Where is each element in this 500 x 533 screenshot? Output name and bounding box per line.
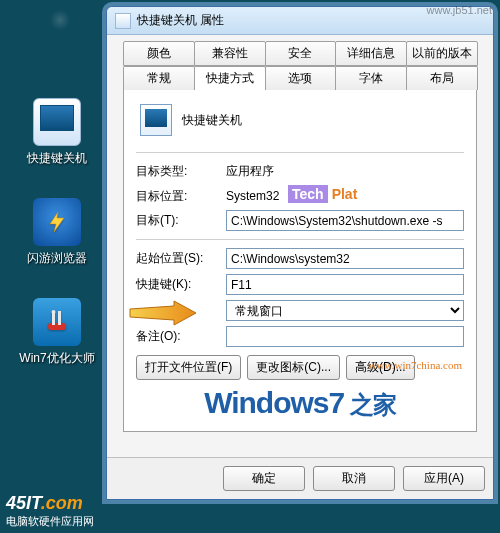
- cancel-button[interactable]: 取消: [313, 466, 395, 491]
- win7china-url-watermark: www.win7china.com: [369, 359, 462, 371]
- titlebar-system-icon: [115, 13, 131, 29]
- ok-button[interactable]: 确定: [223, 466, 305, 491]
- tab-compatibility[interactable]: 兼容性: [194, 41, 266, 66]
- windows7-home-watermark: Windows7 之家: [136, 386, 464, 421]
- run-mode-select[interactable]: 常规窗口: [226, 300, 464, 321]
- watermark-top-right: www.jb51.net: [427, 4, 492, 16]
- target-location-value: System32 TechPlat: [226, 187, 464, 205]
- window-title: 快捷键关机 属性: [137, 12, 224, 29]
- desktop-icon-label: 快捷键关机: [18, 150, 96, 167]
- svg-point-3: [52, 310, 56, 314]
- target-location-label: 目标位置:: [136, 188, 218, 205]
- comment-label: 备注(O):: [136, 328, 218, 345]
- start-in-label: 起始位置(S):: [136, 250, 218, 267]
- change-icon-button[interactable]: 更改图标(C)...: [247, 355, 340, 380]
- apply-button[interactable]: 应用(A): [403, 466, 485, 491]
- separator: [136, 152, 464, 153]
- desktop-icon-label: Win7优化大师: [18, 350, 96, 367]
- start-in-input[interactable]: [226, 248, 464, 269]
- svg-rect-2: [58, 311, 61, 325]
- tab-strip: 颜色 兼容性 安全 详细信息 以前的版本 常规 快捷方式 选项 字体 布局: [115, 35, 485, 432]
- desktop-icon-win7-optimizer[interactable]: Win7优化大师: [18, 298, 96, 367]
- tab-options[interactable]: 选项: [265, 66, 337, 90]
- watermark-brand: 45IT: [6, 493, 41, 513]
- run-mode-label: 运行方式(R):: [136, 302, 218, 319]
- svg-rect-1: [52, 313, 55, 325]
- tab-layout[interactable]: 布局: [406, 66, 478, 90]
- properties-window: 快捷键关机 属性 颜色 兼容性 安全 详细信息 以前的版本 常规 快捷方式 选项…: [106, 6, 494, 500]
- watermark-bottom-left: 45IT.com 电脑软硬件应用网: [6, 493, 94, 529]
- dialog-footer: 确定 取消 应用(A): [107, 457, 493, 499]
- comment-input[interactable]: [226, 326, 464, 347]
- shortcut-file-icon: [33, 98, 81, 146]
- shortcut-key-input[interactable]: [226, 274, 464, 295]
- target-type-label: 目标类型:: [136, 163, 218, 180]
- shortcut-tab-panel: 快捷键关机 目标类型: 应用程序 目标位置: System32 TechPlat: [123, 89, 477, 432]
- svg-rect-0: [48, 323, 66, 330]
- lightning-icon: [33, 198, 81, 246]
- tab-previous-versions[interactable]: 以前的版本: [406, 41, 478, 66]
- target-type-value: 应用程序: [226, 161, 464, 182]
- tab-shortcut[interactable]: 快捷方式: [194, 66, 266, 90]
- shortcut-large-icon: [140, 104, 172, 136]
- target-label: 目标(T):: [136, 212, 218, 229]
- desktop-icon-shortcut-shutdown[interactable]: 快捷键关机: [18, 98, 96, 167]
- shortcut-header-label: 快捷键关机: [182, 112, 242, 129]
- desktop-icon-flash-browser[interactable]: 闪游浏览器: [18, 198, 96, 267]
- watermark-tagline: 电脑软硬件应用网: [6, 514, 94, 529]
- tab-details[interactable]: 详细信息: [335, 41, 407, 66]
- desktop-icon-label: 闪游浏览器: [18, 250, 96, 267]
- tab-general[interactable]: 常规: [123, 66, 195, 90]
- tab-font[interactable]: 字体: [335, 66, 407, 90]
- desktop-background: 快捷键关机 闪游浏览器 Win7优化大师 www.jb51.net 45IT.c…: [0, 0, 500, 533]
- shortcut-key-label: 快捷键(K):: [136, 276, 218, 293]
- target-input[interactable]: [226, 210, 464, 231]
- watermark-brand-dotcom: .com: [41, 493, 83, 513]
- techplat-watermark: TechPlat: [288, 185, 361, 203]
- highlight-arrow-icon: [128, 300, 198, 326]
- open-file-location-button[interactable]: 打开文件位置(F): [136, 355, 241, 380]
- tab-color[interactable]: 颜色: [123, 41, 195, 66]
- separator: [136, 239, 464, 240]
- swiss-knife-icon: [33, 298, 81, 346]
- tab-security[interactable]: 安全: [265, 41, 337, 66]
